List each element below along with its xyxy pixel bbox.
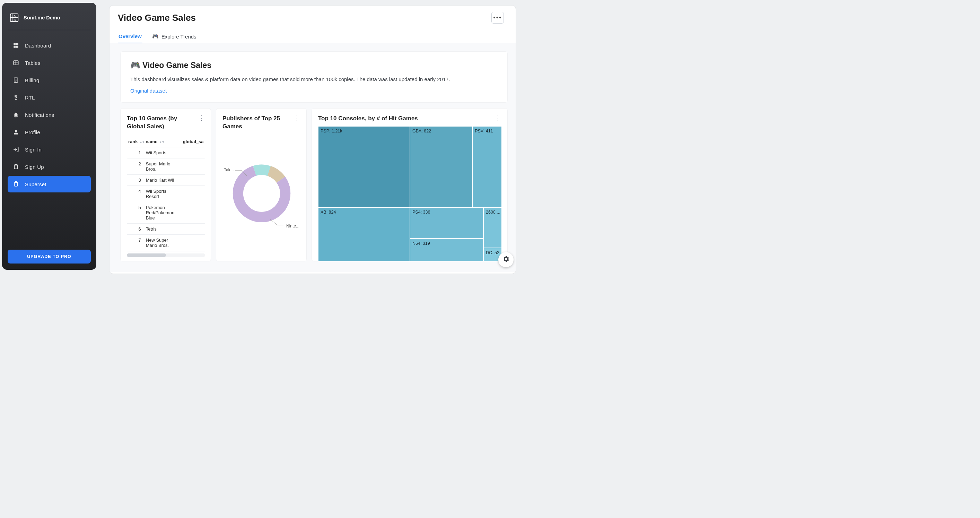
donut-leader-take: [235, 169, 247, 177]
cell-name: Pokemon Red/Pokemon Blue: [145, 202, 181, 223]
treemap-cell[interactable]: PSP: 1.21k: [318, 126, 410, 207]
table-row[interactable]: 1Wii Sports: [127, 147, 205, 158]
sidebar-item-billing[interactable]: Billing: [8, 72, 91, 88]
table-col-global_sales[interactable]: global_sa▲▼: [181, 137, 205, 147]
table-col-rank[interactable]: rank▲▼: [127, 137, 144, 147]
sidebar-item-profile[interactable]: Profile: [8, 124, 91, 140]
treemap-cell[interactable]: PSV: 411: [473, 126, 502, 207]
receipt-icon: [13, 77, 19, 84]
cell-global-sales: [181, 234, 205, 251]
panel-consoles-menu[interactable]: ⋮: [494, 115, 502, 121]
tab-explore-trends[interactable]: 🎮Explore Trends: [151, 30, 197, 43]
person-icon: [13, 129, 19, 135]
sidebar-item-notifications[interactable]: Notifications: [8, 107, 91, 123]
clipboard-icon: [13, 181, 19, 188]
cell-rank: 6: [127, 223, 145, 234]
cell-name: Wii Sports Resort: [145, 185, 181, 202]
main-scroll[interactable]: Video Game Sales ••• Overview🎮Explore Tr…: [110, 6, 515, 274]
panel-publishers-title: Publishers of Top 25 Games: [223, 115, 290, 131]
tabs: Overview🎮Explore Trends: [110, 26, 515, 43]
cell-name: Mario Kart Wii: [145, 174, 181, 185]
tab-label: Overview: [119, 33, 142, 39]
bell-icon: [13, 111, 19, 118]
sidebar-item-label: Superset: [25, 181, 46, 187]
grid-icon: [13, 42, 19, 49]
main: Video Game Sales ••• Overview🎮Explore Tr…: [110, 6, 515, 274]
cell-global-sales: [181, 202, 205, 223]
treemap-cell-label: N64: 319: [412, 241, 430, 246]
cell-name: Wii Sports: [145, 147, 181, 158]
treemap-cell[interactable]: 2600:...: [484, 207, 502, 248]
cell-rank: 2: [127, 158, 145, 174]
brand-icon: [9, 13, 19, 23]
treemap-cell-label: PSV: 411: [475, 129, 493, 134]
svg-rect-9: [15, 164, 17, 166]
page-title: Video Game Sales: [118, 13, 196, 23]
svg-rect-2: [16, 43, 18, 45]
treemap-cell-label: DC: 52: [486, 250, 500, 255]
sidebar-item-signin[interactable]: Sign In: [8, 141, 91, 158]
sidebar-item-label: Notifications: [25, 112, 54, 118]
intro-title: 🎮 Video Game Sales: [130, 61, 498, 70]
panel-top-games: Top 10 Games (by Global Sales) ⋮ rank▲▼n…: [121, 108, 211, 261]
donut-leader-nintendo: [270, 218, 283, 226]
original-dataset-link[interactable]: Original dataset: [130, 88, 167, 94]
cell-rank: 5: [127, 202, 145, 223]
panel-consoles: Top 10 Consoles, by # of Hit Games ⋮ PSP…: [312, 108, 508, 261]
upgrade-button[interactable]: UPGRADE TO PRO: [8, 250, 91, 263]
sidebar-item-label: Sign In: [25, 147, 41, 153]
cell-global-sales: [181, 185, 205, 202]
signin-icon: [13, 146, 19, 153]
table-row[interactable]: 2Super Mario Bros.: [127, 158, 205, 174]
table-row[interactable]: 5Pokemon Red/Pokemon Blue: [127, 202, 205, 223]
svg-rect-3: [14, 46, 16, 48]
sidebar-item-dashboard[interactable]: Dashboard: [8, 37, 91, 54]
tab-overview[interactable]: Overview: [118, 30, 142, 43]
sidebar-item-label: RTL: [25, 95, 35, 100]
treemap-cell-label: PS4: 336: [412, 210, 430, 215]
panel-publishers-menu[interactable]: ⋮: [293, 115, 301, 121]
table-horizontal-scrollbar[interactable]: [127, 253, 205, 257]
cell-name: Tetris: [145, 223, 181, 234]
content: 🎮 Video Game Sales This dashboard visual…: [110, 43, 515, 272]
dots-vertical-icon: ⋮: [198, 115, 204, 121]
table-row[interactable]: 4Wii Sports Resort: [127, 185, 205, 202]
sidebar-item-label: Billing: [25, 77, 39, 83]
cell-global-sales: [181, 174, 205, 185]
cell-global-sales: [181, 147, 205, 158]
table-col-name[interactable]: name▲▼: [144, 137, 181, 147]
dots-vertical-icon: ⋮: [294, 115, 300, 121]
panel-publishers: Publishers of Top 25 Games ⋮: [216, 108, 306, 261]
sidebar-nav: DashboardTablesBillingRTLNotificationsPr…: [8, 37, 91, 193]
sidebar-item-signup[interactable]: Sign Up: [8, 158, 91, 175]
treemap-cell[interactable]: N64: 319: [410, 239, 484, 261]
cell-global-sales: [181, 223, 205, 234]
table-row[interactable]: 7New Super Mario Bros.: [127, 234, 205, 251]
treemap-cell-label: GBA: 822: [412, 129, 431, 134]
treemap-cell-label: PSP: 1.21k: [321, 129, 342, 134]
cell-global-sales: [181, 158, 205, 174]
table-row[interactable]: 6Tetris: [127, 223, 205, 234]
svg-rect-4: [16, 46, 18, 48]
panel-consoles-title: Top 10 Consoles, by # of Hit Games: [318, 115, 418, 123]
table-scroll[interactable]: 1Wii Sports2Super Mario Bros.3Mario Kart…: [127, 147, 205, 251]
sidebar-item-label: Dashboard: [25, 43, 51, 49]
sidebar-item-rtl[interactable]: RTL: [8, 89, 91, 106]
sidebar-item-label: Tables: [25, 60, 41, 66]
table-icon: [13, 59, 19, 66]
treemap-cell[interactable]: PS4: 336: [410, 207, 484, 239]
sidebar-item-superset[interactable]: Superset: [8, 176, 91, 193]
settings-fab[interactable]: [498, 252, 514, 267]
dots-vertical-icon: ⋮: [495, 115, 501, 121]
sort-icon: ▲▼: [205, 140, 205, 144]
treemap-cell[interactable]: GBA: 822: [410, 126, 473, 207]
panel-top-games-menu[interactable]: ⋮: [197, 115, 205, 121]
more-actions-button[interactable]: •••: [492, 12, 504, 24]
donut-label-take: Tak...: [224, 167, 234, 172]
sidebar-item-tables[interactable]: Tables: [8, 54, 91, 71]
treemap-cell[interactable]: XB: 824: [318, 207, 410, 261]
cell-rank: 4: [127, 185, 145, 202]
dots-horizontal-icon: •••: [493, 14, 502, 21]
table-row[interactable]: 3Mario Kart Wii: [127, 174, 205, 185]
treemap-cell-label: XB: 824: [321, 210, 336, 215]
